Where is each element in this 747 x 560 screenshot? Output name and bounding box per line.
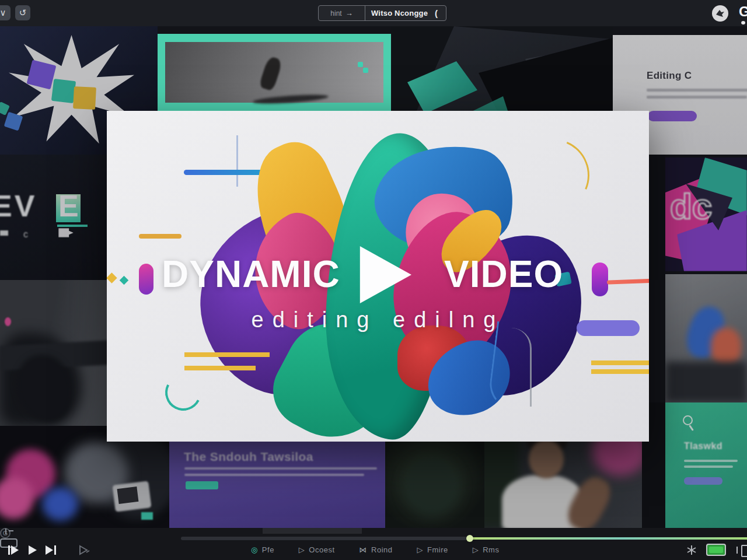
thumbnail-green-photo[interactable] bbox=[385, 440, 484, 528]
thumbnail-dancer-selected[interactable] bbox=[158, 34, 391, 111]
thumbnail-teal-card[interactable]: Tlaswkd bbox=[665, 402, 747, 528]
text-line-placeholder bbox=[684, 466, 733, 468]
triangle-dark bbox=[686, 184, 732, 230]
player-menu: ◎ Pfe ▷ Ocoest ⋈ Roind ▷ Fmire ▷ Rms bbox=[251, 545, 499, 554]
menu-item-rms[interactable]: ▷ Rms bbox=[473, 545, 500, 554]
skip-start-button[interactable] bbox=[8, 545, 20, 556]
ev-accent-block bbox=[56, 194, 81, 222]
square-blue bbox=[4, 112, 23, 131]
deco-gray-curve bbox=[508, 328, 532, 407]
blob-pink bbox=[0, 477, 34, 519]
timeline-sliver bbox=[263, 528, 362, 534]
menu-label: Roind bbox=[371, 545, 392, 554]
hint-segment[interactable]: hint → bbox=[319, 6, 365, 20]
dc-outline-text: dc bbox=[670, 186, 712, 227]
collapse-button[interactable]: ∨ bbox=[0, 5, 11, 20]
ev-text: EV bbox=[0, 188, 37, 223]
menu-item-fmire[interactable]: ▷ Fmire bbox=[417, 545, 448, 554]
prompt-input[interactable]: Witso Ncongge bbox=[365, 6, 446, 20]
device-shape bbox=[112, 481, 151, 512]
settings-asterisk-button[interactable] bbox=[686, 545, 697, 555]
undo-button[interactable]: ↺ bbox=[15, 5, 30, 20]
ev-underline bbox=[57, 225, 88, 227]
collapse-icon: ∨ bbox=[0, 8, 6, 18]
seek-bar[interactable] bbox=[181, 535, 747, 542]
deco-yellow-diamond bbox=[107, 272, 117, 283]
ev-accent-letter: E bbox=[58, 188, 79, 223]
deco-teal-diamond bbox=[120, 276, 129, 285]
logo-mark-icon bbox=[358, 62, 363, 67]
hint-label: hint bbox=[330, 9, 341, 18]
text-line-placeholder bbox=[647, 89, 747, 92]
square-purple bbox=[27, 60, 57, 90]
progress-track-played bbox=[181, 537, 470, 540]
progress-line bbox=[470, 537, 747, 540]
thumbnail-ev-logo[interactable]: EV E c bbox=[0, 155, 108, 280]
play-outline-button[interactable] bbox=[78, 545, 91, 556]
thumbnail-side-photo[interactable] bbox=[665, 274, 747, 402]
deco-yellow-dash bbox=[139, 234, 181, 239]
prompt-bar: hint → Witso Ncongge ( bbox=[318, 5, 446, 21]
photo-pink-dot bbox=[5, 317, 11, 326]
menu-item-roind[interactable]: ⋈ Roind bbox=[359, 545, 393, 554]
angular-shard bbox=[525, 44, 613, 120]
purple-cta-button[interactable] bbox=[648, 111, 697, 121]
photo-dark-bar bbox=[0, 340, 114, 370]
progress-handle[interactable] bbox=[466, 535, 473, 542]
deco-yellow-line bbox=[184, 366, 256, 370]
dancer-figure bbox=[259, 55, 283, 91]
photo-pink-figure bbox=[711, 328, 741, 366]
photo-blue-figure bbox=[682, 302, 730, 363]
battery-indicator bbox=[706, 544, 726, 556]
app-window: Editing C EV E c dc bbox=[0, 0, 747, 560]
photo-floor bbox=[665, 362, 747, 402]
angular-shard-teal bbox=[407, 61, 477, 114]
skip-next-button[interactable] bbox=[45, 545, 58, 556]
deco-teal-arc bbox=[160, 370, 206, 415]
play-small-icon: ▷ bbox=[299, 545, 305, 554]
menu-item-pfe[interactable]: ◎ Pfe bbox=[251, 545, 274, 554]
menu-label: Pfe bbox=[262, 545, 274, 554]
play-transport-button[interactable] bbox=[27, 545, 40, 556]
logo-mark-icon bbox=[363, 68, 368, 73]
photo-head bbox=[529, 440, 564, 478]
menu-item-ocoest[interactable]: ▷ Ocoest bbox=[299, 545, 335, 554]
bird-cursor-icon bbox=[715, 9, 725, 18]
deco-yellow-arc bbox=[505, 128, 601, 223]
g-logo-icon[interactable]: G bbox=[739, 5, 747, 19]
device-screen bbox=[117, 487, 139, 504]
photo-shadow bbox=[0, 332, 82, 426]
periwinkle-cta-button[interactable] bbox=[684, 477, 722, 485]
arrow-right-icon: → bbox=[345, 9, 353, 18]
square-teal-small bbox=[0, 102, 10, 116]
text-cursor: ( bbox=[435, 8, 438, 18]
thumbnail-dc-abstract[interactable]: dc bbox=[654, 158, 747, 271]
teal-cta-button[interactable] bbox=[186, 481, 218, 489]
photo-arm bbox=[562, 472, 616, 528]
blob-gray bbox=[64, 442, 128, 503]
dancer-frame bbox=[165, 42, 383, 103]
teal-chip bbox=[141, 512, 153, 520]
photo-blob bbox=[403, 458, 461, 516]
g-logo-dot bbox=[741, 21, 745, 24]
battery-fill bbox=[709, 547, 723, 553]
blob-magenta bbox=[6, 449, 55, 499]
target-icon: ◎ bbox=[251, 545, 258, 554]
cursor-tool-button[interactable] bbox=[712, 5, 728, 22]
square-yellow bbox=[73, 86, 96, 110]
card-title: Editing C bbox=[647, 70, 692, 82]
modal-title-left: DYNAMIC bbox=[162, 253, 340, 296]
photo-figure bbox=[16, 355, 72, 422]
top-toolbar: ∨ ↺ hint → Witso Ncongge ( G bbox=[0, 0, 747, 26]
blob-dark bbox=[96, 432, 169, 519]
banner-title: The Sndouh Tawsiloa bbox=[184, 450, 313, 464]
deco-yellow-line bbox=[591, 360, 649, 365]
undo-icon: ↺ bbox=[19, 8, 27, 18]
square-teal bbox=[51, 79, 76, 103]
panel-toggle-button[interactable] bbox=[736, 545, 747, 555]
deco-gradient-pill-left bbox=[139, 264, 153, 295]
player-bar: G ◎ Pfe ▷ Ocoest ⋈ Roind ▷ Fmire ▷ bbox=[0, 528, 747, 560]
thumbnail-purple-banner[interactable]: The Sndouh Tawsiloa bbox=[169, 440, 385, 528]
triangle-teal bbox=[694, 158, 747, 222]
ev-small-text: c bbox=[23, 229, 28, 240]
